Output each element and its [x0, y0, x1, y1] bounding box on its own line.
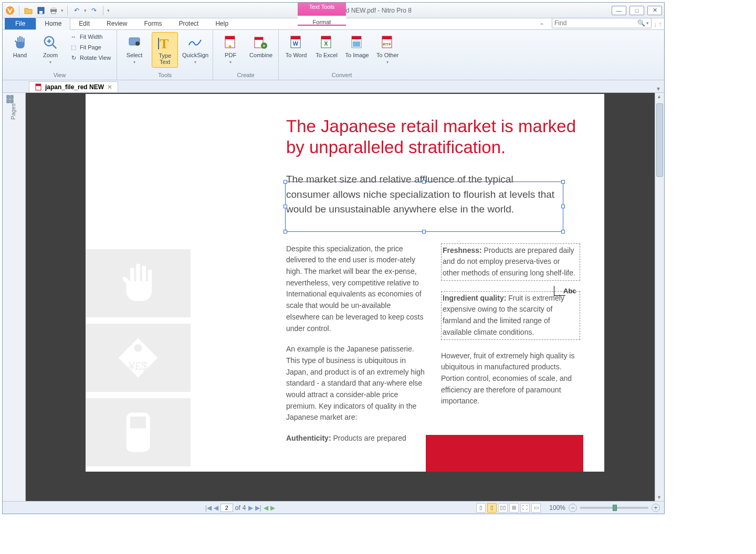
view-single-button[interactable]: ▯	[476, 503, 486, 513]
phone-graphic-icon	[86, 398, 191, 466]
svg-rect-25	[321, 36, 331, 39]
tab-file[interactable]: File	[5, 18, 36, 29]
doc-paragraph: Authenticity: Products are prepared	[286, 433, 425, 444]
tab-home[interactable]: Home	[36, 17, 70, 30]
find-box[interactable]: 🔍 ▾	[552, 18, 652, 28]
ribbon: Hand Zoom▾ ↔Fit Width ⬚Fit Page ↻Rotate …	[3, 30, 664, 80]
redo-icon[interactable]: ↷	[89, 5, 99, 16]
svg-rect-2	[39, 11, 43, 14]
type-text-button[interactable]: T Type Text	[152, 32, 178, 68]
app-title: japan_file_red NEW.pdf - Nitro Pro 8	[110, 7, 612, 14]
minimize-button[interactable]: —	[612, 6, 626, 15]
search-icon[interactable]: 🔍	[637, 19, 645, 27]
maximize-button[interactable]: □	[629, 6, 644, 15]
page-input[interactable]	[220, 504, 233, 512]
doc-paragraph: However, fruit of extremely high quality…	[441, 350, 580, 407]
contextual-tab-text-tools: Text Tools Format	[298, 3, 346, 26]
pdf-button[interactable]: ✦ PDF▾	[217, 32, 244, 68]
fit-width-button[interactable]: ↔Fit Width	[68, 32, 112, 41]
quicksign-button[interactable]: QuickSign▾	[182, 32, 208, 68]
zoom-out-button[interactable]: −	[569, 504, 577, 512]
doc-paragraph: Despite this specialization, the price d…	[286, 243, 425, 335]
doc-side-icons: ¥£$	[86, 249, 191, 466]
statusbar: |◀ ◀ of 4 ▶ ▶| ◀ ▶ ▯ ▯ ▯▯ ⊞ ⛶ ▭ 100% − +	[3, 501, 664, 514]
find-next-icon[interactable]: ↓	[654, 20, 657, 28]
document-tab-close-icon[interactable]: ✕	[107, 83, 112, 91]
select-button[interactable]: Select▾	[121, 32, 148, 68]
to-excel-button[interactable]: X To Excel	[313, 32, 340, 60]
save-icon[interactable]	[36, 5, 46, 16]
pages-panel[interactable]: Pages	[3, 93, 26, 501]
nav-back-icon[interactable]: ◀	[264, 504, 268, 512]
svg-rect-37	[7, 100, 9, 103]
svg-rect-29	[353, 41, 360, 47]
tab-review[interactable]: Review	[98, 18, 135, 29]
vertical-scrollbar[interactable]: ▲ ▼	[655, 93, 664, 501]
zoom-in-button[interactable]: +	[652, 504, 660, 512]
tab-protect[interactable]: Protect	[170, 18, 207, 29]
pages-panel-label: Pages	[10, 103, 16, 120]
contextual-header-label: Text Tools	[298, 4, 346, 10]
zoom-slider[interactable]	[580, 507, 648, 509]
to-word-button[interactable]: W To Word	[283, 32, 309, 60]
svg-text:RTF: RTF	[383, 42, 391, 47]
svg-rect-15	[225, 36, 235, 39]
page-navigation: |◀ ◀ of 4 ▶ ▶| ◀ ▶	[205, 504, 275, 512]
nav-forward-icon[interactable]: ▶	[270, 504, 275, 512]
group-title-tools: Tools	[158, 71, 172, 79]
group-title-convert: Convert	[332, 71, 352, 79]
combine-button[interactable]: + Combine	[248, 32, 274, 60]
tab-help[interactable]: Help	[207, 18, 237, 29]
undo-icon[interactable]: ↶	[71, 5, 82, 16]
to-image-button[interactable]: To Image	[344, 32, 370, 60]
hand-graphic-icon	[86, 249, 191, 317]
ribbon-collapse-icon[interactable]: ⌃	[539, 22, 544, 29]
svg-rect-41	[130, 417, 146, 429]
svg-text:¥£$: ¥£$	[128, 359, 148, 372]
canvas-area[interactable]: The Japanese retail market is marked by …	[26, 93, 664, 501]
svg-rect-4	[51, 7, 56, 9]
tab-dropdown-icon[interactable]: ▾	[657, 85, 660, 92]
view-presentation-button[interactable]: ▭	[531, 503, 541, 513]
rotate-view-button[interactable]: ↻Rotate View	[68, 53, 112, 62]
fit-page-button[interactable]: ⬚Fit Page	[68, 42, 112, 52]
svg-rect-31	[382, 36, 392, 39]
zoom-button[interactable]: Zoom▾	[37, 32, 64, 68]
svg-rect-18	[255, 37, 263, 40]
doc-paragraph: An example is the Japanese patisserie. T…	[286, 344, 425, 423]
open-icon[interactable]	[23, 5, 34, 16]
red-block-graphic	[426, 435, 583, 472]
page-sep-label: of	[235, 504, 240, 512]
svg-rect-38	[10, 100, 13, 103]
first-page-icon[interactable]: |◀	[205, 504, 212, 512]
find-input[interactable]	[554, 19, 637, 27]
print-icon[interactable]	[48, 5, 59, 16]
tab-edit[interactable]: Edit	[70, 18, 98, 29]
next-page-icon[interactable]: ▶	[248, 504, 253, 512]
text-selection-box[interactable]	[285, 182, 563, 232]
to-other-button[interactable]: RTF To Other ▾	[374, 32, 401, 68]
view-facing-button[interactable]: ▯▯	[498, 503, 508, 513]
view-facing-continuous-button[interactable]: ⊞	[509, 503, 519, 513]
svg-text:W: W	[293, 40, 299, 47]
view-continuous-button[interactable]: ▯	[487, 503, 497, 513]
svg-text:✦: ✦	[227, 43, 233, 50]
last-page-icon[interactable]: ▶|	[255, 504, 261, 512]
tab-forms[interactable]: Forms	[135, 18, 170, 29]
close-button[interactable]: ✕	[647, 6, 662, 15]
prev-page-icon[interactable]: ◀	[214, 504, 218, 512]
contextual-tab-format[interactable]: Format	[298, 16, 346, 25]
document-tab[interactable]: japan_file_red NEW ✕	[29, 81, 118, 92]
scrollbar-thumb[interactable]	[656, 103, 663, 177]
hand-button[interactable]: Hand	[7, 32, 33, 60]
app-icon[interactable]	[5, 5, 15, 16]
find-prev-icon[interactable]: ↑	[658, 20, 662, 28]
svg-rect-34	[36, 84, 41, 86]
svg-rect-35	[7, 95, 9, 99]
pages-panel-icon[interactable]	[6, 95, 14, 103]
svg-text:T: T	[160, 36, 169, 50]
doc-paragraph-dashed: Ingredient quality: Fruit is extremely e…	[441, 291, 580, 340]
view-fullscreen-button[interactable]: ⛶	[520, 503, 530, 513]
svg-line-7	[52, 45, 57, 49]
doc-heading: The Japanese retail market is marked by …	[286, 116, 580, 157]
